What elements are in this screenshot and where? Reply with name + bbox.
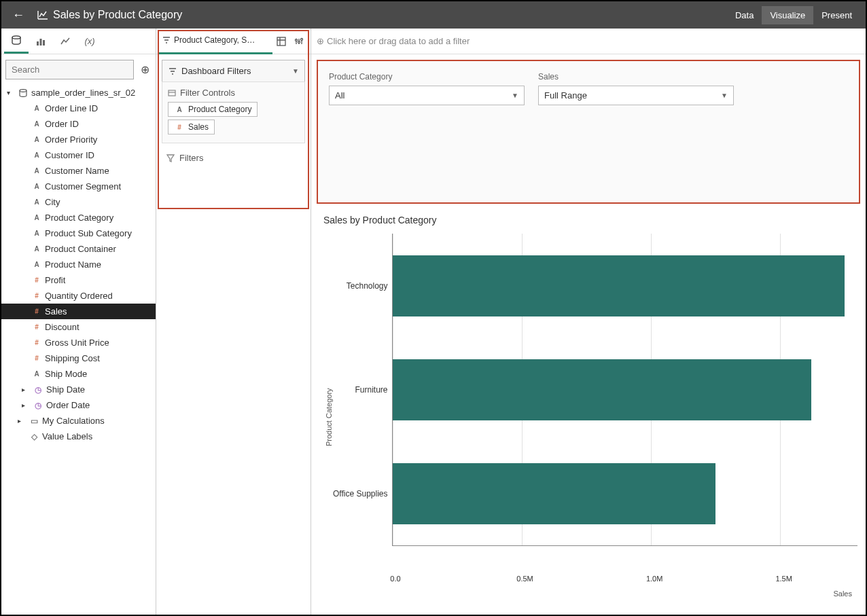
filter-label-product-category: Product Category (329, 72, 525, 81)
type-icon: A (31, 183, 42, 190)
field-ship-date[interactable]: ▸◷Ship Date (1, 382, 156, 397)
funnel-icon (166, 153, 175, 163)
chart-icon (30, 9, 53, 21)
field-customer-segment[interactable]: ACustomer Segment (1, 179, 156, 194)
bar-office-supplies[interactable] (393, 463, 715, 524)
canvas: ⊕ Click here or drag data to add a filte… (311, 29, 866, 615)
type-icon: # (31, 308, 42, 315)
type-icon: # (31, 355, 42, 362)
x-axis-title: Sales (323, 590, 852, 598)
field-order-date[interactable]: ▸◷Order Date (1, 397, 156, 413)
type-icon: A (31, 105, 42, 112)
type-icon: A (31, 261, 42, 268)
panel-icon (168, 89, 176, 97)
field-city[interactable]: ACity (1, 194, 156, 210)
layout-icon[interactable] (272, 33, 290, 50)
header-tabs: Data Visualize Present (727, 6, 860, 24)
dashboard-filter-panel: Product Category All ▼ Sales Full Range … (317, 60, 860, 204)
field-order-id[interactable]: AOrder ID (1, 116, 156, 132)
field-customer-id[interactable]: ACustomer ID (1, 147, 156, 163)
config-tab[interactable]: Product Category, S… (159, 29, 272, 54)
filter-drop-hint[interactable]: ⊕ Click here or drag data to add a filte… (311, 29, 866, 54)
field-product-name[interactable]: AProduct Name (1, 257, 156, 272)
pill-sales[interactable]: #Sales (168, 120, 215, 134)
svg-rect-3 (43, 40, 45, 46)
tag-icon: ◇ (29, 432, 39, 441)
bar-technology[interactable] (393, 255, 845, 316)
field-product-category[interactable]: AProduct Category (1, 210, 156, 225)
field-discount[interactable]: #Discount (1, 319, 156, 335)
svg-rect-2 (40, 39, 42, 46)
page-title: Sales by Product Category (53, 9, 727, 21)
filter-select-sales[interactable]: Full Range ▼ (538, 86, 734, 105)
field-tree: ▾ sample_order_lines_sr_02 AOrder Line I… (1, 85, 156, 615)
dashboard-filters-header[interactable]: Dashboard Filters ▼ (162, 60, 304, 82)
type-icon: A (31, 167, 42, 175)
field-product-sub-category[interactable]: AProduct Sub Category (1, 225, 156, 241)
dataset-node[interactable]: ▾ sample_order_lines_sr_02 (1, 85, 156, 101)
add-button[interactable]: ⊕ (138, 63, 152, 76)
y-tick: Technology (347, 281, 388, 291)
formula-icon[interactable]: (x) (77, 29, 102, 54)
field-order-line-id[interactable]: AOrder Line ID (1, 101, 156, 116)
pill-product-category[interactable]: AProduct Category (168, 102, 258, 117)
back-button[interactable]: ← (7, 8, 30, 22)
svg-point-6 (296, 39, 298, 41)
y-axis-title: Product Category (323, 234, 333, 573)
type-icon: A (31, 370, 42, 378)
type-icon: ◷ (33, 385, 43, 395)
config-panel: Product Category, S… Dashboard Filters ▼… (156, 29, 311, 615)
data-source-icon[interactable] (4, 29, 29, 54)
settings-icon[interactable] (290, 33, 308, 50)
type-icon: ◷ (33, 401, 43, 410)
filter-controls-label: Filter Controls (168, 88, 299, 98)
field-ship-mode[interactable]: AShip Mode (1, 366, 156, 382)
type-icon: A (31, 198, 42, 206)
filter-select-product-category[interactable]: All ▼ (329, 86, 525, 105)
type-icon: # (31, 323, 42, 331)
x-axis-labels: 0.00.5M1.0M1.5M (395, 575, 857, 587)
type-icon: A (31, 214, 42, 221)
svg-point-4 (20, 89, 26, 92)
svg-rect-1 (37, 41, 39, 46)
field-sales[interactable]: #Sales (1, 304, 156, 319)
trend-icon[interactable] (53, 29, 77, 54)
chevron-down-icon: ▼ (721, 92, 728, 99)
filters-icon (162, 35, 171, 45)
dashboard-filters-icon (168, 67, 177, 76)
chart-title: Sales by Product Category (323, 215, 857, 225)
y-tick: Furniture (355, 385, 387, 395)
field-quantity-ordered[interactable]: #Quantity Ordered (1, 288, 156, 304)
svg-rect-9 (169, 90, 175, 96)
svg-point-8 (301, 38, 303, 40)
dataset-icon (18, 88, 29, 98)
tab-data[interactable]: Data (727, 6, 762, 24)
app-header: ← Sales by Product Category Data Visuali… (1, 1, 866, 29)
field-profit[interactable]: #Profit (1, 272, 156, 288)
x-tick: 0.5M (516, 575, 533, 583)
tab-present[interactable]: Present (813, 6, 860, 24)
type-icon: A (31, 151, 42, 159)
search-input[interactable] (5, 60, 134, 79)
chart: Sales by Product Category Product Catego… (311, 204, 866, 615)
y-axis-labels: TechnologyFurnitureOffice Supplies (333, 234, 392, 546)
field-gross-unit-price[interactable]: #Gross Unit Price (1, 335, 156, 350)
field-shipping-cost[interactable]: #Shipping Cost (1, 350, 156, 366)
field-customer-name[interactable]: ACustomer Name (1, 163, 156, 179)
dataset-label: sample_order_lines_sr_02 (31, 88, 135, 98)
filters-section[interactable]: Filters (156, 149, 311, 167)
plot-area (392, 234, 858, 546)
field-product-container[interactable]: AProduct Container (1, 241, 156, 257)
chevron-down-icon: ▼ (292, 67, 299, 75)
type-icon: A (31, 136, 42, 143)
data-panel: (x) ⊕ ▾ sample_order_lines_sr_02 AOrder … (1, 29, 156, 615)
bar-chart-icon[interactable] (29, 29, 53, 54)
my-calculations[interactable]: ▸ ▭ My Calculations (1, 413, 156, 429)
tab-visualize[interactable]: Visualize (762, 6, 813, 24)
field-order-priority[interactable]: AOrder Priority (1, 132, 156, 147)
bar-furniture[interactable] (393, 359, 811, 420)
value-labels[interactable]: ▸ ◇ Value Labels (1, 429, 156, 444)
filter-label-sales: Sales (538, 72, 734, 81)
type-icon: # (31, 292, 42, 300)
y-tick: Office Supplies (333, 489, 388, 499)
